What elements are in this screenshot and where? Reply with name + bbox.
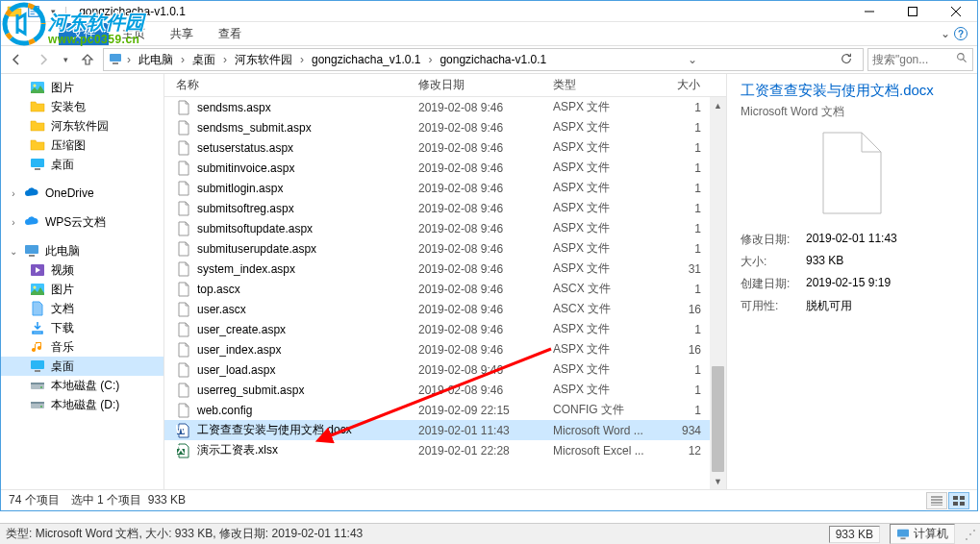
scroll-thumb[interactable] bbox=[712, 366, 724, 472]
column-date[interactable]: 修改日期 bbox=[413, 77, 547, 93]
file-row[interactable]: submitinvoice.aspx2019-02-08 9:46ASPX 文件… bbox=[164, 158, 726, 178]
svg-point-6 bbox=[34, 85, 37, 87]
nav-history-button[interactable]: ▾ bbox=[59, 48, 72, 71]
crumb-seg[interactable]: 河东软件园 bbox=[231, 50, 296, 70]
file-type: Microsoft Excel ... bbox=[547, 444, 663, 457]
file-row[interactable]: user.ascx2019-02-08 9:46ASCX 文件16 bbox=[164, 299, 726, 319]
ribbon-help-icon[interactable]: ? bbox=[954, 27, 967, 40]
nav-item[interactable]: ›WPS云文档 bbox=[1, 212, 163, 232]
file-row[interactable]: system_index.aspx2019-02-08 9:46ASPX 文件3… bbox=[164, 259, 726, 279]
nav-item[interactable]: 下载 bbox=[1, 318, 163, 337]
disk-icon bbox=[30, 378, 45, 393]
file-row[interactable]: submitsoftreg.aspx2019-02-08 9:46ASPX 文件… bbox=[164, 198, 726, 218]
nav-item[interactable]: 压缩图 bbox=[1, 136, 163, 155]
file-row[interactable]: top.ascx2019-02-08 9:46ASCX 文件1 bbox=[164, 279, 726, 299]
navigation-tree[interactable]: 图片安装包河东软件园压缩图桌面›OneDrive›WPS云文档⌄此电脑视频图片文… bbox=[1, 74, 164, 489]
file-row[interactable]: W工资查查安装与使用文档.docx2019-02-01 11:43Microso… bbox=[164, 420, 726, 440]
nav-forward-button[interactable] bbox=[32, 48, 55, 71]
svg-rect-1 bbox=[908, 7, 917, 15]
nav-item[interactable]: 桌面 bbox=[1, 357, 163, 376]
qat-dropdown-icon[interactable]: ▾ bbox=[45, 4, 61, 19]
nav-item[interactable]: 桌面 bbox=[1, 155, 163, 174]
view-details-button[interactable] bbox=[926, 492, 947, 509]
file-date: 2019-02-08 9:46 bbox=[413, 202, 547, 215]
breadcrumb[interactable]: › 此电脑 › 桌面 › 河东软件园 › gongzichacha_v1.0.1… bbox=[103, 48, 864, 71]
maximize-button[interactable] bbox=[891, 1, 934, 22]
file-row[interactable]: sendsms_submit.aspx2019-02-08 9:46ASPX 文… bbox=[164, 117, 726, 137]
file-icon bbox=[176, 261, 191, 277]
refresh-button[interactable] bbox=[834, 52, 859, 68]
prop-label: 修改日期: bbox=[741, 232, 798, 248]
scroll-up-button[interactable]: ▲ bbox=[710, 97, 726, 113]
nav-item[interactable]: ›OneDrive bbox=[1, 184, 163, 203]
file-row[interactable]: submituserupdate.aspx2019-02-08 9:46ASPX… bbox=[164, 238, 726, 259]
file-row[interactable]: submitlogin.aspx2019-02-08 9:46ASPX 文件1 bbox=[164, 178, 726, 198]
nav-up-button[interactable] bbox=[76, 48, 99, 71]
ribbon-tab-file[interactable]: 文件 bbox=[59, 23, 109, 45]
nav-item[interactable]: 本地磁盘 (D:) bbox=[1, 395, 163, 414]
ribbon-expand-icon[interactable]: ⌄ bbox=[941, 27, 950, 40]
file-name: setuserstatus.aspx bbox=[197, 141, 293, 155]
nav-back-button[interactable] bbox=[5, 48, 28, 71]
ribbon-tab-view[interactable]: 查看 bbox=[207, 23, 253, 45]
nav-item[interactable]: 河东软件园 bbox=[1, 116, 163, 136]
column-name[interactable]: 名称 bbox=[164, 77, 413, 93]
search-input[interactable] bbox=[872, 53, 940, 66]
file-row[interactable]: userreg_submit.aspx2019-02-08 9:46ASPX 文… bbox=[164, 380, 726, 400]
videos-icon bbox=[30, 262, 45, 278]
file-size: 1 bbox=[663, 182, 711, 195]
close-button[interactable] bbox=[934, 1, 977, 22]
nav-item[interactable]: 文档 bbox=[1, 299, 163, 318]
search-icon[interactable] bbox=[956, 52, 968, 67]
column-type[interactable]: 类型 bbox=[547, 77, 663, 93]
file-type: Microsoft Word ... bbox=[547, 424, 663, 437]
bottom-resize-grip[interactable]: ⋰ bbox=[965, 528, 974, 541]
column-size[interactable]: 大小 bbox=[663, 77, 711, 93]
ribbon-tab-share[interactable]: 共享 bbox=[159, 23, 205, 45]
file-row[interactable]: web.config2019-02-09 22:15CONFIG 文件1 bbox=[164, 400, 726, 420]
qat-props-icon[interactable] bbox=[26, 4, 41, 19]
view-large-button[interactable] bbox=[948, 492, 969, 509]
file-row[interactable]: X演示工资表.xlsx2019-02-01 22:28Microsoft Exc… bbox=[164, 440, 726, 460]
file-row[interactable]: submitsoftupdate.aspx2019-02-08 9:46ASPX… bbox=[164, 218, 726, 238]
scroll-down-button[interactable]: ▼ bbox=[710, 473, 726, 489]
nav-item[interactable]: 安装包 bbox=[1, 97, 163, 116]
nav-item[interactable]: 图片 bbox=[1, 78, 163, 97]
scrollbar[interactable]: ▲ ▼ bbox=[710, 97, 726, 489]
file-size: 1 bbox=[663, 383, 711, 397]
search-box[interactable] bbox=[867, 48, 973, 71]
prop-label: 可用性: bbox=[741, 298, 798, 314]
file-date: 2019-02-08 9:46 bbox=[413, 222, 547, 235]
crumb-dropdown[interactable]: ⌄ bbox=[686, 53, 699, 66]
file-size: 12 bbox=[663, 444, 711, 457]
nav-item[interactable]: 本地磁盘 (C:) bbox=[1, 376, 163, 395]
ribbon: 文件 主页 共享 查看 ⌄ ? bbox=[1, 22, 977, 45]
file-row[interactable]: user_index.aspx2019-02-08 9:46ASPX 文件16 bbox=[164, 339, 726, 359]
nav-label: 文档 bbox=[51, 301, 74, 317]
crumb-seg[interactable]: gongzichacha-v1.0.1 bbox=[436, 51, 550, 68]
file-name: user_index.aspx bbox=[197, 343, 281, 357]
nav-label: 音乐 bbox=[51, 339, 74, 356]
crumb-seg[interactable]: gongzichacha_v1.0.1 bbox=[308, 51, 424, 68]
file-size: 31 bbox=[663, 262, 711, 276]
nav-item[interactable]: ⌄此电脑 bbox=[1, 241, 163, 260]
file-date: 2019-02-08 9:46 bbox=[413, 101, 547, 114]
nav-label: 图片 bbox=[51, 282, 74, 298]
nav-item[interactable]: 视频 bbox=[1, 260, 163, 280]
file-row[interactable]: user_load.aspx2019-02-08 9:46ASPX 文件1 bbox=[164, 359, 726, 380]
file-row[interactable]: user_create.aspx2019-02-08 9:46ASPX 文件1 bbox=[164, 319, 726, 339]
crumb-seg[interactable]: 桌面 bbox=[188, 50, 219, 70]
file-type: ASPX 文件 bbox=[547, 361, 663, 378]
nav-item[interactable]: 图片 bbox=[1, 280, 163, 299]
file-list: 名称 修改日期 类型 大小 sendsms.aspx2019-02-08 9:4… bbox=[164, 74, 727, 489]
file-row[interactable]: setuserstatus.aspx2019-02-08 9:46ASPX 文件… bbox=[164, 137, 726, 158]
statusbar: 74 个项目 选中 1 个项目 933 KB bbox=[1, 489, 977, 510]
crumb-seg[interactable]: 此电脑 bbox=[135, 50, 177, 70]
file-icon bbox=[176, 221, 191, 236]
file-icon bbox=[176, 161, 191, 176]
ribbon-tab-home[interactable]: 主页 bbox=[111, 23, 157, 45]
file-row[interactable]: sendsms.aspx2019-02-08 9:46ASPX 文件1 bbox=[164, 97, 726, 117]
file-size: 1 bbox=[663, 121, 711, 135]
nav-item[interactable]: 音乐 bbox=[1, 337, 163, 357]
minimize-button[interactable] bbox=[847, 1, 891, 22]
